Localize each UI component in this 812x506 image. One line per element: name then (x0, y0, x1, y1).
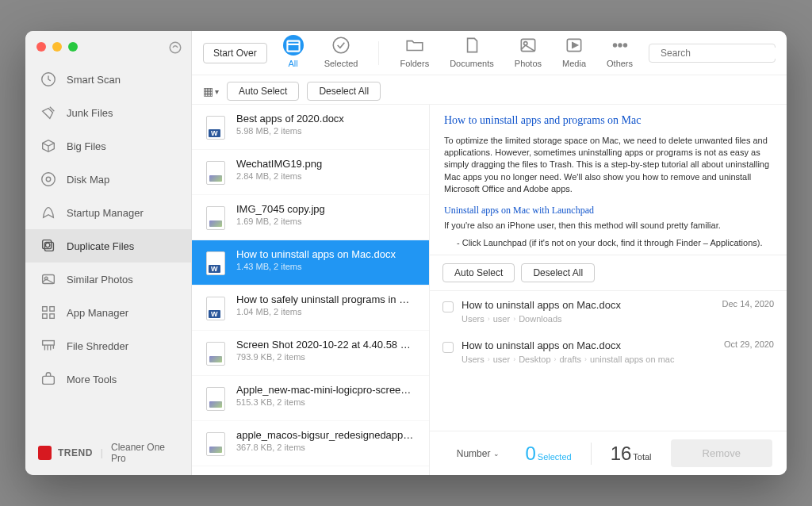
file-name: How to safely uninstall programs in Wind… (236, 293, 416, 305)
file-name: Best apps of 2020.docx (236, 113, 416, 125)
sidebar-item-label: Startup Manager (67, 207, 144, 219)
deselect-all-duplicates-button[interactable]: Deselect All (521, 263, 595, 282)
tab-selected[interactable]: Selected (324, 35, 358, 71)
chevron-right-icon: › (513, 355, 515, 363)
svg-point-0 (170, 42, 181, 53)
search-box[interactable] (649, 44, 776, 63)
duplicate-item: How to uninstall apps on Mac.docx Users›… (430, 332, 787, 372)
file-item[interactable]: Best apps of 2020.docx 5.98 MB, 2 items (192, 105, 429, 150)
chevron-right-icon: › (584, 355, 587, 363)
close-window-button[interactable] (36, 42, 46, 52)
sidebar-item-similar-photos[interactable]: Similar Photos (25, 263, 191, 296)
svg-rect-11 (43, 314, 48, 319)
preview-panel: How to uninstall apps and programs on Ma… (430, 105, 787, 475)
tab-media[interactable]: Media (562, 35, 586, 71)
disk-icon (40, 171, 57, 188)
selected-count: 0 (525, 443, 535, 465)
separator (378, 41, 379, 65)
duplicate-checkbox[interactable] (442, 342, 454, 353)
file-list[interactable]: Best apps of 2020.docx 5.98 MB, 2 items … (192, 105, 430, 475)
duplicate-actions: Auto Select Deselect All (430, 255, 787, 291)
file-info: Screen Shot 2020-10-22 at 4.40.58 PM.png… (236, 339, 416, 362)
app-name: Cleaner One Pro (111, 442, 178, 464)
minimize-window-button[interactable] (52, 42, 62, 52)
topbar: Start Over All Selected Folders Docum (192, 31, 787, 75)
svg-point-2 (42, 173, 56, 186)
svg-rect-10 (50, 307, 55, 312)
auto-select-button[interactable]: Auto Select (227, 82, 299, 101)
folder-icon (404, 35, 425, 56)
toolbox-icon (40, 370, 57, 388)
duplicate-path: Users›user›Desktop›drafts›uninstall apps… (462, 355, 716, 364)
auto-select-duplicates-button[interactable]: Auto Select (442, 263, 515, 282)
duplicate-checkbox[interactable] (442, 301, 454, 312)
file-item[interactable]: Screen Shot 2020-10-22 at 4.40.58 PM.png… (192, 331, 429, 376)
sidebar-item-disk-map[interactable]: Disk Map (25, 163, 191, 196)
duplicate-list[interactable]: How to uninstall apps on Mac.docx Users›… (430, 291, 787, 431)
sidebar-item-label: Disk Map (67, 174, 109, 186)
file-item[interactable]: How to safely uninstall programs in Wind… (192, 286, 429, 331)
sidebar-item-app-manager[interactable]: App Manager (25, 296, 191, 329)
path-segment: uninstall apps on mac (590, 355, 674, 364)
svg-point-21 (619, 44, 621, 46)
selected-label: Selected (538, 452, 572, 462)
svg-point-3 (46, 177, 51, 182)
tab-label: Photos (515, 59, 542, 68)
file-item[interactable]: Apple_new-mac-mini-logicpro-screen_11102… (192, 376, 429, 421)
chevron-right-icon: › (488, 315, 490, 323)
start-over-button[interactable]: Start Over (203, 43, 267, 63)
sidebar-item-duplicate-files[interactable]: Duplicate Files (25, 229, 191, 263)
file-name: WechatIMG19.png (236, 158, 416, 170)
tab-photos[interactable]: Photos (515, 35, 542, 71)
sort-dropdown[interactable]: Number ⌄ (457, 448, 500, 459)
duplicate-date: Dec 14, 2020 (722, 299, 774, 309)
image-icon (518, 35, 538, 56)
file-name: Screen Shot 2020-10-22 at 4.40.58 PM.png (236, 339, 416, 351)
tab-label: Others (607, 59, 633, 68)
total-count: 16 (611, 443, 632, 465)
file-meta: 515.3 KB, 2 items (236, 397, 416, 407)
app-window: Smart Scan Junk Files Big Files Disk Map… (25, 31, 787, 475)
file-info: How to safely uninstall programs in Wind… (236, 293, 416, 316)
broom-icon (40, 104, 57, 121)
path-segment: Desktop (519, 355, 550, 364)
category-tabs: All Selected Folders Documents Phot (278, 35, 638, 71)
chevron-right-icon: › (554, 355, 557, 363)
file-type-icon (205, 340, 227, 367)
document-icon (462, 35, 482, 56)
tab-documents[interactable]: Documents (450, 35, 494, 71)
sidebar-item-file-shredder[interactable]: File Shredder (25, 329, 191, 362)
sidebar-item-more-tools[interactable]: More Tools (25, 362, 191, 396)
maximize-window-button[interactable] (68, 42, 78, 52)
tab-all[interactable]: All (283, 35, 304, 71)
file-item[interactable]: IMG_7045 copy.jpg 1.69 MB, 2 items (192, 195, 429, 240)
document-preview: How to uninstall apps and programs on Ma… (430, 105, 787, 255)
sidebar-item-smart-scan[interactable]: Smart Scan (25, 63, 191, 96)
rocket-icon (40, 204, 57, 221)
file-info: IMG_7045 copy.jpg 1.69 MB, 2 items (236, 203, 416, 226)
box-icon (40, 137, 57, 155)
path-segment: user (493, 314, 510, 324)
path-segment: user (493, 355, 510, 364)
file-meta: 1.43 MB, 2 items (236, 262, 416, 271)
sidebar-item-junk-files[interactable]: Junk Files (25, 96, 191, 129)
search-input[interactable] (661, 48, 779, 59)
file-name: IMG_7045 copy.jpg (236, 203, 416, 215)
check-circle-icon (331, 35, 351, 56)
trend-logo-icon (38, 446, 52, 460)
sidebar: Smart Scan Junk Files Big Files Disk Map… (25, 31, 192, 475)
duplicate-date: Oct 29, 2020 (724, 339, 774, 349)
play-icon (564, 35, 584, 56)
preview-paragraph: To optimize the limited storage space on… (444, 135, 772, 196)
file-item[interactable]: How to uninstall apps on Mac.docx 1.43 M… (192, 240, 429, 286)
sidebar-item-startup-manager[interactable]: Startup Manager (25, 196, 191, 229)
chevron-right-icon: › (488, 355, 490, 363)
tab-others[interactable]: Others (607, 35, 633, 71)
sidebar-item-big-files[interactable]: Big Files (25, 129, 191, 163)
tab-folders[interactable]: Folders (400, 35, 429, 71)
file-item[interactable]: apple_macos-bigsur_redesignedapps_0622… … (192, 421, 429, 466)
deselect-all-button[interactable]: Deselect All (307, 82, 381, 101)
file-item[interactable]: WechatIMG19.png 2.84 MB, 2 items (192, 150, 429, 195)
view-mode-toggle[interactable]: ▦ ▾ (203, 85, 219, 98)
remove-button[interactable]: Remove (671, 439, 772, 467)
